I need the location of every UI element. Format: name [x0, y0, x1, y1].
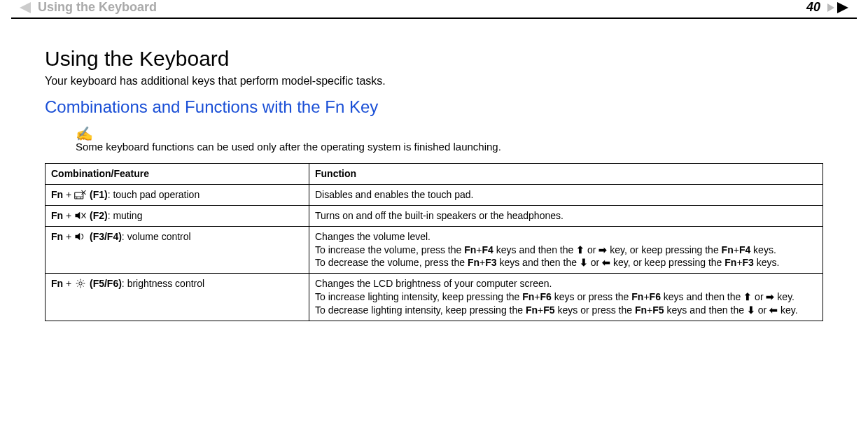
touchpad-off-icon — [74, 189, 87, 200]
arrow-up-icon: ⬆ — [743, 291, 752, 302]
svg-line-15 — [78, 281, 79, 282]
intro-text: Your keyboard has additional keys that p… — [45, 75, 823, 87]
note-text: Some keyboard functions can be used only… — [76, 141, 501, 153]
breadcrumb: Using the Keyboard — [38, 0, 157, 15]
svg-line-16 — [83, 286, 84, 287]
table-row: Fn + (F1): touch pad operationDisables a… — [46, 184, 823, 205]
note-block: ✍ Some keyboard functions can be used on… — [76, 125, 823, 153]
svg-marker-6 — [76, 212, 80, 220]
arrow-left-icon: ⬅ — [769, 304, 778, 316]
arrow-down-icon: ⬇ — [580, 257, 588, 268]
nav-prev-icon[interactable] — [20, 2, 31, 13]
combo-cell: Fn + (F1): touch pad operation — [46, 184, 309, 205]
mute-icon — [74, 210, 87, 221]
arrow-up-icon: ⬆ — [576, 244, 584, 255]
table-header-combo: Combination/Feature — [46, 164, 309, 185]
svg-rect-0 — [75, 192, 83, 199]
volume-icon — [74, 231, 87, 242]
note-icon: ✍ — [76, 125, 823, 142]
fn-key-table: Combination/Feature Function Fn + (F1): … — [45, 163, 823, 321]
function-cell: Turns on and off the built-in speakers o… — [309, 205, 823, 226]
top-bar: Using the Keyboard 40 — [0, 0, 868, 17]
nav-left: Using the Keyboard — [20, 0, 157, 15]
arrow-down-icon: ⬇ — [747, 304, 755, 316]
combo-cell: Fn + (F5/F6): brightness control — [46, 274, 309, 321]
page-number: 40 — [806, 0, 820, 15]
svg-marker-9 — [76, 232, 80, 240]
arrow-left-icon: ⬅ — [602, 257, 610, 268]
combo-cell: Fn + (F3/F4): volume control — [46, 226, 309, 274]
nav-right: 40 — [806, 0, 848, 15]
table-row: Fn + (F3/F4): volume controlChanges the … — [46, 226, 823, 274]
svg-line-17 — [83, 281, 84, 282]
function-cell: Changes the volume level.To increase the… — [309, 226, 823, 274]
nav-next-icon[interactable] — [837, 2, 848, 13]
combo-cell: Fn + (F2): muting — [46, 205, 309, 226]
svg-point-10 — [79, 282, 82, 285]
brightness-icon — [74, 278, 87, 289]
arrow-right-icon: ➡ — [766, 291, 774, 302]
page-title: Using the Keyboard — [45, 47, 823, 71]
function-cell: Changes the LCD brightness of your compu… — [309, 274, 823, 321]
arrow-right-icon: ➡ — [598, 244, 607, 255]
function-cell: Disables and enables the touch pad. — [309, 184, 823, 205]
section-heading: Combinations and Functions with the Fn K… — [45, 97, 823, 117]
table-row: Fn + (F2): mutingTurns on and off the bu… — [46, 205, 823, 226]
table-row: Fn + (F5/F6): brightness controlChanges … — [46, 274, 823, 321]
content: Using the Keyboard Your keyboard has add… — [0, 19, 868, 335]
svg-line-18 — [78, 286, 79, 287]
table-header-function: Function — [309, 164, 823, 185]
nav-next-small-icon[interactable] — [827, 3, 834, 12]
